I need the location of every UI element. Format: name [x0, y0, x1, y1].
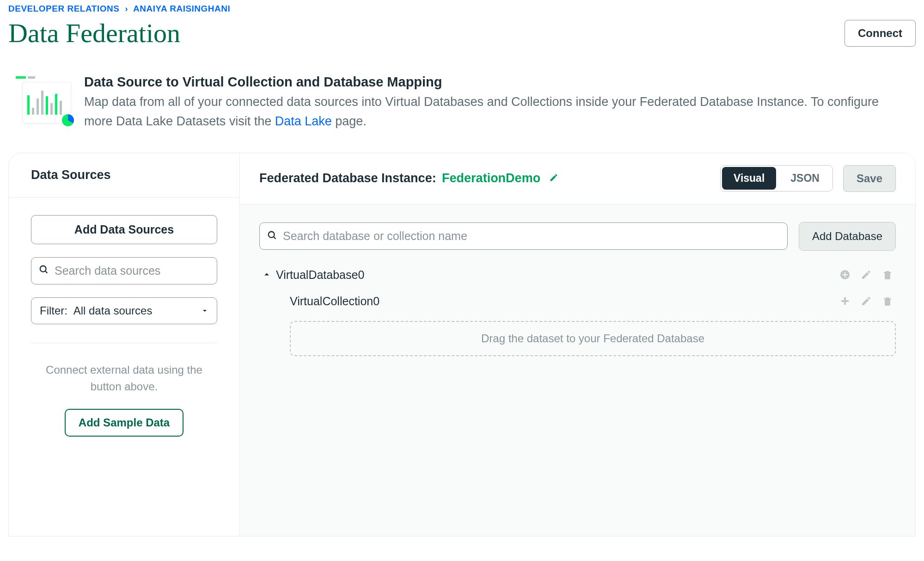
- filter-label: Filter:: [40, 304, 67, 317]
- collection-row: VirtualCollection0: [259, 295, 896, 308]
- svg-line-1: [45, 271, 48, 273]
- add-to-collection-button[interactable]: [839, 296, 851, 307]
- database-row: VirtualDatabase0: [259, 268, 896, 282]
- connect-hint-text: Connect external data using the button a…: [31, 362, 217, 395]
- svg-rect-6: [842, 274, 848, 275]
- search-db-collection-field[interactable]: [259, 222, 788, 250]
- main-panel: Data Sources Add Data Sources Filter: Al…: [8, 153, 916, 536]
- edit-collection-button[interactable]: [861, 296, 872, 307]
- tab-visual[interactable]: Visual: [722, 167, 776, 190]
- svg-line-3: [274, 236, 276, 239]
- chevron-up-icon[interactable]: [262, 268, 271, 282]
- edit-database-button[interactable]: [861, 269, 872, 280]
- description-body: Map data from all of your connected data…: [84, 92, 879, 131]
- breadcrumb: DEVELOPER RELATIONS › ANAIYA RAISINGHANI: [8, 4, 916, 14]
- search-data-sources-field[interactable]: [31, 257, 217, 284]
- add-collection-button[interactable]: [839, 269, 851, 280]
- tab-json[interactable]: JSON: [777, 166, 832, 191]
- add-sample-data-button[interactable]: Add Sample Data: [65, 409, 184, 437]
- description-heading: Data Source to Virtual Collection and Da…: [84, 74, 879, 90]
- view-toggle: Visual JSON: [720, 165, 833, 191]
- collection-name: VirtualCollection0: [290, 295, 379, 308]
- svg-point-2: [269, 231, 275, 237]
- filter-select[interactable]: Filter: All data sources: [31, 297, 217, 324]
- connect-button[interactable]: Connect: [844, 20, 916, 47]
- page-title: Data Federation: [8, 18, 180, 49]
- search-data-sources-input[interactable]: [55, 264, 209, 277]
- caret-down-icon: [201, 304, 208, 317]
- breadcrumb-org-link[interactable]: DEVELOPER RELATIONS: [8, 4, 119, 13]
- svg-point-0: [40, 266, 46, 272]
- search-icon: [39, 265, 49, 277]
- hero-chart-icon: [16, 77, 71, 123]
- breadcrumb-separator: ›: [125, 4, 128, 13]
- search-db-collection-input[interactable]: [283, 229, 780, 243]
- add-database-button[interactable]: Add Database: [799, 222, 896, 251]
- add-data-sources-button[interactable]: Add Data Sources: [31, 215, 217, 244]
- search-icon: [267, 230, 277, 242]
- fdi-label: Federated Database Instance:: [259, 171, 436, 185]
- data-sources-title: Data Sources: [31, 168, 217, 182]
- delete-database-button[interactable]: [882, 269, 893, 280]
- filter-value: All data sources: [73, 304, 153, 317]
- fdi-name: FederationDemo: [442, 171, 540, 185]
- svg-rect-8: [841, 300, 849, 302]
- database-name: VirtualDatabase0: [276, 268, 364, 282]
- data-lake-link[interactable]: Data Lake: [275, 114, 332, 128]
- dataset-dropzone[interactable]: Drag the dataset to your Federated Datab…: [290, 321, 896, 356]
- edit-name-button[interactable]: [549, 173, 558, 182]
- breadcrumb-user-link[interactable]: ANAIYA RAISINGHANI: [133, 4, 230, 13]
- delete-collection-button[interactable]: [882, 296, 893, 307]
- save-button[interactable]: Save: [843, 165, 896, 192]
